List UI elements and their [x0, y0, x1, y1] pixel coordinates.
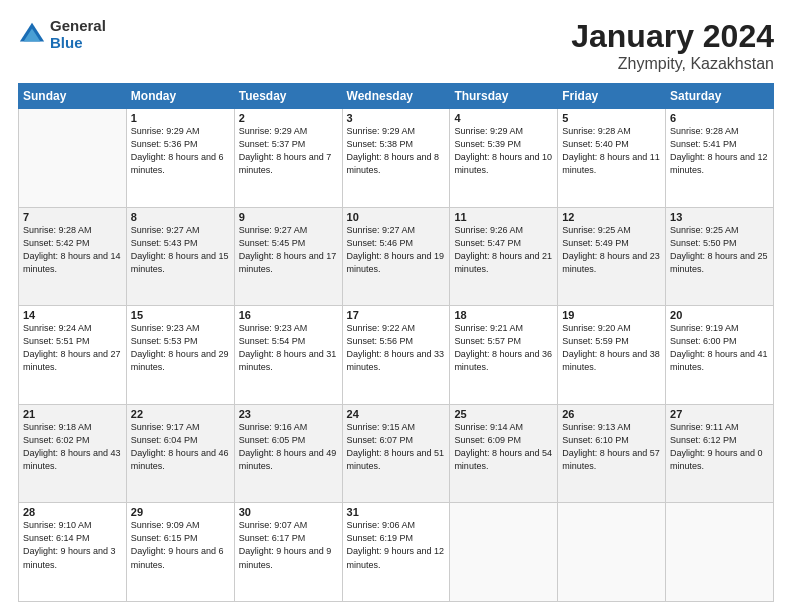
- day-number: 4: [454, 112, 553, 124]
- sunset-text: Sunset: 6:17 PM: [239, 533, 306, 543]
- day-number: 17: [347, 309, 446, 321]
- day-info: Sunrise: 9:28 AMSunset: 5:41 PMDaylight:…: [670, 125, 769, 177]
- table-row: 20Sunrise: 9:19 AMSunset: 6:00 PMDayligh…: [666, 306, 774, 405]
- sunset-text: Sunset: 6:05 PM: [239, 435, 306, 445]
- logo-icon: [18, 21, 46, 49]
- sunrise-text: Sunrise: 9:29 AM: [347, 126, 416, 136]
- day-info: Sunrise: 9:29 AMSunset: 5:37 PMDaylight:…: [239, 125, 338, 177]
- sunset-text: Sunset: 5:43 PM: [131, 238, 198, 248]
- day-info: Sunrise: 9:18 AMSunset: 6:02 PMDaylight:…: [23, 421, 122, 473]
- daylight-text: Daylight: 8 hours and 6 minutes.: [131, 152, 224, 175]
- table-row: 13Sunrise: 9:25 AMSunset: 5:50 PMDayligh…: [666, 207, 774, 306]
- sunrise-text: Sunrise: 9:06 AM: [347, 520, 416, 530]
- table-row: 10Sunrise: 9:27 AMSunset: 5:46 PMDayligh…: [342, 207, 450, 306]
- daylight-text: Daylight: 8 hours and 29 minutes.: [131, 349, 229, 372]
- table-row: 2Sunrise: 9:29 AMSunset: 5:37 PMDaylight…: [234, 109, 342, 208]
- daylight-text: Daylight: 8 hours and 25 minutes.: [670, 251, 768, 274]
- day-number: 27: [670, 408, 769, 420]
- daylight-text: Daylight: 8 hours and 15 minutes.: [131, 251, 229, 274]
- day-number: 11: [454, 211, 553, 223]
- table-row: 7Sunrise: 9:28 AMSunset: 5:42 PMDaylight…: [19, 207, 127, 306]
- sunset-text: Sunset: 5:39 PM: [454, 139, 521, 149]
- sunrise-text: Sunrise: 9:19 AM: [670, 323, 739, 333]
- day-number: 20: [670, 309, 769, 321]
- sunset-text: Sunset: 5:37 PM: [239, 139, 306, 149]
- daylight-text: Daylight: 8 hours and 38 minutes.: [562, 349, 660, 372]
- sunset-text: Sunset: 6:04 PM: [131, 435, 198, 445]
- table-row: [450, 503, 558, 602]
- header: General Blue January 2024 Zhympity, Kaza…: [18, 18, 774, 73]
- calendar-week-row: 21Sunrise: 9:18 AMSunset: 6:02 PMDayligh…: [19, 404, 774, 503]
- calendar-week-row: 7Sunrise: 9:28 AMSunset: 5:42 PMDaylight…: [19, 207, 774, 306]
- calendar-week-row: 14Sunrise: 9:24 AMSunset: 5:51 PMDayligh…: [19, 306, 774, 405]
- table-row: 31Sunrise: 9:06 AMSunset: 6:19 PMDayligh…: [342, 503, 450, 602]
- day-number: 6: [670, 112, 769, 124]
- sunrise-text: Sunrise: 9:21 AM: [454, 323, 523, 333]
- day-info: Sunrise: 9:21 AMSunset: 5:57 PMDaylight:…: [454, 322, 553, 374]
- logo-text: General Blue: [50, 18, 106, 51]
- day-number: 13: [670, 211, 769, 223]
- table-row: 19Sunrise: 9:20 AMSunset: 5:59 PMDayligh…: [558, 306, 666, 405]
- day-info: Sunrise: 9:06 AMSunset: 6:19 PMDaylight:…: [347, 519, 446, 571]
- day-number: 1: [131, 112, 230, 124]
- table-row: 30Sunrise: 9:07 AMSunset: 6:17 PMDayligh…: [234, 503, 342, 602]
- day-number: 22: [131, 408, 230, 420]
- table-row: 14Sunrise: 9:24 AMSunset: 5:51 PMDayligh…: [19, 306, 127, 405]
- col-wednesday: Wednesday: [342, 84, 450, 109]
- day-info: Sunrise: 9:29 AMSunset: 5:36 PMDaylight:…: [131, 125, 230, 177]
- day-info: Sunrise: 9:29 AMSunset: 5:39 PMDaylight:…: [454, 125, 553, 177]
- sunrise-text: Sunrise: 9:29 AM: [239, 126, 308, 136]
- table-row: 26Sunrise: 9:13 AMSunset: 6:10 PMDayligh…: [558, 404, 666, 503]
- table-row: 17Sunrise: 9:22 AMSunset: 5:56 PMDayligh…: [342, 306, 450, 405]
- daylight-text: Daylight: 8 hours and 41 minutes.: [670, 349, 768, 372]
- table-row: 22Sunrise: 9:17 AMSunset: 6:04 PMDayligh…: [126, 404, 234, 503]
- sunset-text: Sunset: 5:57 PM: [454, 336, 521, 346]
- logo-blue-text: Blue: [50, 35, 106, 52]
- table-row: [558, 503, 666, 602]
- day-number: 19: [562, 309, 661, 321]
- calendar-table: Sunday Monday Tuesday Wednesday Thursday…: [18, 83, 774, 602]
- sunset-text: Sunset: 6:02 PM: [23, 435, 90, 445]
- day-info: Sunrise: 9:17 AMSunset: 6:04 PMDaylight:…: [131, 421, 230, 473]
- sunset-text: Sunset: 5:40 PM: [562, 139, 629, 149]
- sunset-text: Sunset: 5:47 PM: [454, 238, 521, 248]
- table-row: 3Sunrise: 9:29 AMSunset: 5:38 PMDaylight…: [342, 109, 450, 208]
- table-row: 18Sunrise: 9:21 AMSunset: 5:57 PMDayligh…: [450, 306, 558, 405]
- logo-general-text: General: [50, 18, 106, 35]
- day-number: 14: [23, 309, 122, 321]
- sunrise-text: Sunrise: 9:13 AM: [562, 422, 631, 432]
- daylight-text: Daylight: 8 hours and 49 minutes.: [239, 448, 337, 471]
- sunrise-text: Sunrise: 9:09 AM: [131, 520, 200, 530]
- sunrise-text: Sunrise: 9:23 AM: [239, 323, 308, 333]
- day-number: 23: [239, 408, 338, 420]
- day-info: Sunrise: 9:09 AMSunset: 6:15 PMDaylight:…: [131, 519, 230, 571]
- daylight-text: Daylight: 8 hours and 23 minutes.: [562, 251, 660, 274]
- sunrise-text: Sunrise: 9:23 AM: [131, 323, 200, 333]
- sunset-text: Sunset: 6:09 PM: [454, 435, 521, 445]
- table-row: 25Sunrise: 9:14 AMSunset: 6:09 PMDayligh…: [450, 404, 558, 503]
- table-row: 21Sunrise: 9:18 AMSunset: 6:02 PMDayligh…: [19, 404, 127, 503]
- calendar-week-row: 1Sunrise: 9:29 AMSunset: 5:36 PMDaylight…: [19, 109, 774, 208]
- table-row: 27Sunrise: 9:11 AMSunset: 6:12 PMDayligh…: [666, 404, 774, 503]
- daylight-text: Daylight: 8 hours and 17 minutes.: [239, 251, 337, 274]
- sunset-text: Sunset: 5:38 PM: [347, 139, 414, 149]
- calendar-header-row: Sunday Monday Tuesday Wednesday Thursday…: [19, 84, 774, 109]
- sunset-text: Sunset: 6:12 PM: [670, 435, 737, 445]
- page: General Blue January 2024 Zhympity, Kaza…: [0, 0, 792, 612]
- daylight-text: Daylight: 8 hours and 11 minutes.: [562, 152, 660, 175]
- location-subtitle: Zhympity, Kazakhstan: [571, 55, 774, 73]
- calendar-week-row: 28Sunrise: 9:10 AMSunset: 6:14 PMDayligh…: [19, 503, 774, 602]
- table-row: 4Sunrise: 9:29 AMSunset: 5:39 PMDaylight…: [450, 109, 558, 208]
- sunrise-text: Sunrise: 9:10 AM: [23, 520, 92, 530]
- day-info: Sunrise: 9:26 AMSunset: 5:47 PMDaylight:…: [454, 224, 553, 276]
- day-number: 25: [454, 408, 553, 420]
- sunset-text: Sunset: 5:41 PM: [670, 139, 737, 149]
- day-number: 16: [239, 309, 338, 321]
- day-info: Sunrise: 9:11 AMSunset: 6:12 PMDaylight:…: [670, 421, 769, 473]
- sunrise-text: Sunrise: 9:28 AM: [23, 225, 92, 235]
- sunrise-text: Sunrise: 9:27 AM: [347, 225, 416, 235]
- day-number: 26: [562, 408, 661, 420]
- daylight-text: Daylight: 9 hours and 12 minutes.: [347, 546, 445, 569]
- day-info: Sunrise: 9:27 AMSunset: 5:45 PMDaylight:…: [239, 224, 338, 276]
- sunrise-text: Sunrise: 9:11 AM: [670, 422, 739, 432]
